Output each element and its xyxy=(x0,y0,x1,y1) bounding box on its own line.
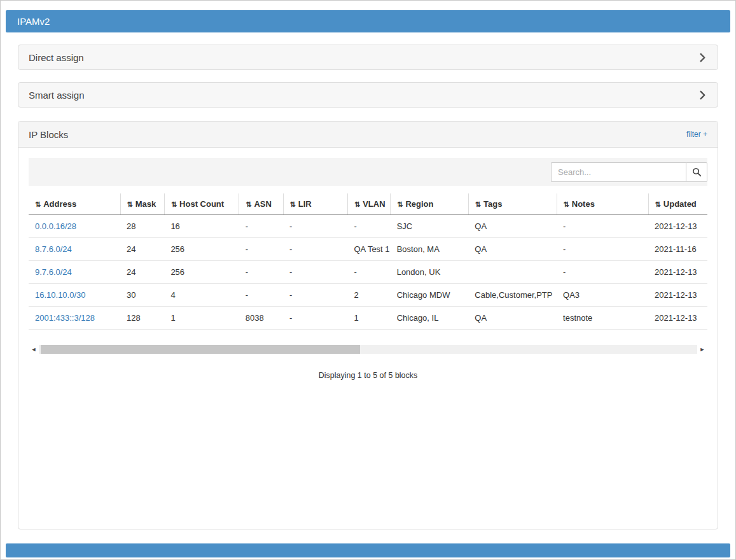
sort-icon: ⇅ xyxy=(127,200,133,208)
sort-icon: ⇅ xyxy=(35,200,41,208)
cell-updated: 2021-12-13 xyxy=(648,215,707,238)
cell-lir: - xyxy=(283,284,347,307)
sort-icon: ⇅ xyxy=(397,200,403,208)
table-body: 0.0.0.16/282816---SJCQA-2021-12-138.7.6.… xyxy=(29,215,707,330)
table-row: 8.7.6.0/2424256--QA Test 1Boston, MAQA-2… xyxy=(29,238,707,261)
search-group xyxy=(551,162,707,182)
cell-vlan: - xyxy=(347,261,390,284)
cell-address: 0.0.0.16/28 xyxy=(29,215,120,238)
scrollbar-track[interactable] xyxy=(39,345,697,354)
column-label: ASN xyxy=(254,199,271,209)
column-label: Host Count xyxy=(179,199,224,209)
app-header-bar: IPAMv2 xyxy=(6,10,730,32)
address-link[interactable]: 9.7.6.0/24 xyxy=(35,267,72,277)
filter-link[interactable]: filter + xyxy=(686,130,707,139)
cell-mask: 24 xyxy=(120,238,164,261)
cell-tags: Cable,Customer,PTP xyxy=(468,284,557,307)
cell-host_count: 16 xyxy=(164,215,239,238)
column-header-asn[interactable]: ⇅ASN xyxy=(239,193,283,215)
cell-asn: - xyxy=(239,261,283,284)
column-label: Notes xyxy=(572,199,595,209)
app-title: IPAMv2 xyxy=(17,16,50,27)
column-header-host_count[interactable]: ⇅Host Count xyxy=(164,193,239,215)
address-link[interactable]: 16.10.10.0/30 xyxy=(35,290,86,300)
cell-region: SJC xyxy=(391,215,469,238)
table-row: 9.7.6.0/2424256---London, UK-2021-12-13 xyxy=(29,261,707,284)
chevron-right-icon xyxy=(698,90,707,100)
cell-tags: QA xyxy=(468,238,557,261)
column-header-mask[interactable]: ⇅Mask xyxy=(120,193,164,215)
column-header-tags[interactable]: ⇅Tags xyxy=(468,193,557,215)
cell-tags xyxy=(468,261,557,284)
cell-region: London, UK xyxy=(391,261,469,284)
cell-lir: - xyxy=(283,215,347,238)
cell-mask: 24 xyxy=(120,261,164,284)
cell-region: Chicago, IL xyxy=(391,307,469,330)
cell-mask: 30 xyxy=(120,284,164,307)
column-header-notes[interactable]: ⇅Notes xyxy=(557,193,648,215)
cell-notes: - xyxy=(557,238,648,261)
column-header-region[interactable]: ⇅Region xyxy=(391,193,469,215)
sort-icon: ⇅ xyxy=(246,200,251,208)
chevron-right-icon xyxy=(698,53,707,62)
cell-asn: - xyxy=(239,284,283,307)
search-icon xyxy=(692,167,702,177)
cell-asn: 8038 xyxy=(239,307,283,330)
cell-notes: QA3 xyxy=(557,284,648,307)
sort-icon: ⇅ xyxy=(354,200,360,208)
cell-asn: - xyxy=(239,238,283,261)
cell-host_count: 256 xyxy=(164,261,239,284)
cell-updated: 2021-11-16 xyxy=(648,238,707,261)
cell-address: 9.7.6.0/24 xyxy=(29,261,120,284)
scrollbar-thumb[interactable] xyxy=(41,345,360,354)
smart-assign-panel-header[interactable]: Smart assign xyxy=(18,82,718,108)
cell-vlan: 1 xyxy=(347,307,390,330)
address-link[interactable]: 2001:433::3/128 xyxy=(35,313,95,323)
cell-notes: testnote xyxy=(557,307,648,330)
scroll-right-arrow-icon[interactable]: ► xyxy=(697,346,707,353)
sort-icon: ⇅ xyxy=(290,200,296,208)
column-header-vlan[interactable]: ⇅VLAN xyxy=(347,193,390,215)
table-toolbar xyxy=(29,158,707,186)
table-row: 2001:433::3/12812818038-1Chicago, ILQAte… xyxy=(29,307,707,330)
smart-assign-label: Smart assign xyxy=(29,90,85,101)
ip-blocks-panel-header: IP Blocks filter + xyxy=(18,122,718,148)
cell-asn: - xyxy=(239,215,283,238)
cell-region: Boston, MA xyxy=(391,238,469,261)
table-header-row: ⇅Address⇅Mask⇅Host Count⇅ASN⇅LIR⇅VLAN⇅Re… xyxy=(29,193,707,215)
cell-updated: 2021-12-13 xyxy=(648,307,707,330)
cell-vlan: - xyxy=(347,215,390,238)
column-header-lir[interactable]: ⇅LIR xyxy=(283,193,347,215)
cell-notes: - xyxy=(557,261,648,284)
search-input[interactable] xyxy=(551,162,686,182)
cell-host_count: 1 xyxy=(164,307,239,330)
sort-icon: ⇅ xyxy=(171,200,177,208)
table-status-text: Displaying 1 to 5 of 5 blocks xyxy=(29,371,707,380)
cell-lir: - xyxy=(283,307,347,330)
direct-assign-panel-header[interactable]: Direct assign xyxy=(18,45,718,70)
column-label: LIR xyxy=(298,199,312,209)
column-label: Updated xyxy=(663,199,697,209)
address-link[interactable]: 8.7.6.0/24 xyxy=(35,244,72,254)
table-row: 0.0.0.16/282816---SJCQA-2021-12-13 xyxy=(29,215,707,238)
scroll-left-arrow-icon[interactable]: ◄ xyxy=(29,346,39,353)
column-label: VLAN xyxy=(363,199,385,209)
cell-mask: 128 xyxy=(120,307,164,330)
column-label: Region xyxy=(405,199,433,209)
cell-lir: - xyxy=(283,238,347,261)
direct-assign-label: Direct assign xyxy=(29,52,84,63)
address-link[interactable]: 0.0.0.16/28 xyxy=(35,221,76,231)
column-header-address[interactable]: ⇅Address xyxy=(29,193,120,215)
horizontal-scrollbar: ◄ ► xyxy=(29,345,707,354)
column-header-updated[interactable]: ⇅Updated xyxy=(648,193,707,215)
cell-tags: QA xyxy=(468,215,557,238)
column-label: Address xyxy=(43,199,76,209)
sort-icon: ⇅ xyxy=(475,200,481,208)
sort-icon: ⇅ xyxy=(564,200,569,208)
search-button[interactable] xyxy=(686,162,707,182)
column-label: Tags xyxy=(483,199,502,209)
cell-region: Chicago MDW xyxy=(391,284,469,307)
cell-address: 16.10.10.0/30 xyxy=(29,284,120,307)
cell-updated: 2021-12-13 xyxy=(648,261,707,284)
ip-blocks-panel: IP Blocks filter + ⇅Address⇅Mask⇅Host Co… xyxy=(18,121,718,529)
